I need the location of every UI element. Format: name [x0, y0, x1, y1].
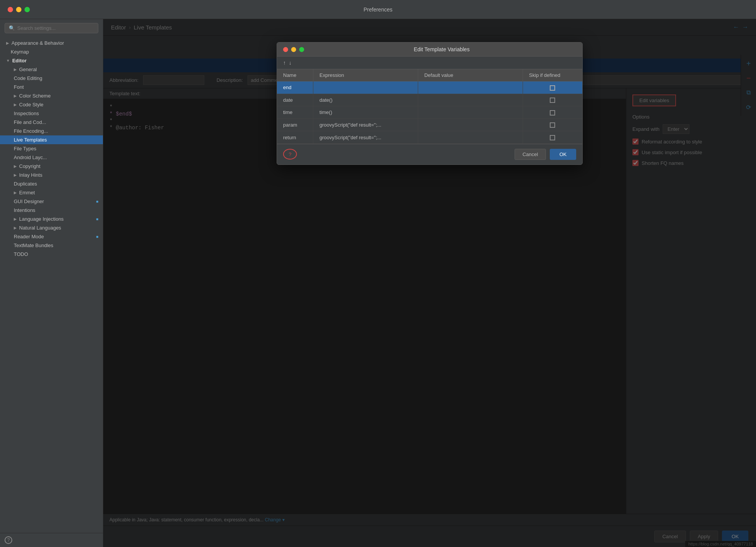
chevron-icon: ▶: [14, 164, 17, 168]
move-up-button[interactable]: ↑: [283, 60, 286, 66]
row-expression[interactable]: [313, 81, 418, 94]
sidebar-item-label: Keymap: [11, 49, 29, 55]
sidebar-item-label: Copyright: [19, 163, 41, 169]
window-title: Preferences: [363, 7, 392, 13]
row-skip[interactable]: [523, 119, 582, 131]
sidebar-item-label: Code Editing: [14, 75, 42, 81]
table-row[interactable]: return groovyScript("def result='';...: [277, 131, 582, 144]
table-row[interactable]: date date(): [277, 94, 582, 106]
sidebar-item-editor[interactable]: ▼ Editor: [0, 56, 103, 65]
close-button[interactable]: [8, 7, 13, 12]
row-name: date: [277, 94, 313, 106]
search-icon: 🔍: [9, 25, 15, 31]
search-input[interactable]: [17, 25, 94, 31]
minimize-button[interactable]: [16, 7, 21, 12]
table-row[interactable]: param groovyScript("def result='';...: [277, 119, 582, 131]
row-skip[interactable]: [523, 81, 582, 94]
sidebar-item-copyright[interactable]: ▶ Copyright: [0, 162, 103, 171]
sidebar-item-label: Editor: [12, 58, 27, 63]
row-skip[interactable]: [523, 131, 582, 144]
sidebar-item-code-editing[interactable]: Code Editing: [0, 74, 103, 83]
sidebar-item-intentions[interactable]: Intentions: [0, 206, 103, 215]
sidebar-item-textmate-bundles[interactable]: TextMate Bundles: [0, 241, 103, 250]
sidebar-item-file-and-code[interactable]: File and Cod...: [0, 118, 103, 127]
sidebar-item-inlay-hints[interactable]: ▶ Inlay Hints: [0, 171, 103, 179]
modal-cancel-button[interactable]: Cancel: [515, 149, 546, 160]
sidebar-item-label: GUI Designer: [14, 199, 44, 204]
modal-minimize-button[interactable]: [291, 47, 296, 52]
col-name: Name: [277, 69, 313, 81]
row-expression[interactable]: date(): [313, 94, 418, 106]
sidebar-item-reader-mode[interactable]: Reader Mode ■: [0, 232, 103, 241]
row-default[interactable]: [418, 94, 523, 106]
sidebar-item-label: Language Injections: [19, 216, 64, 222]
sidebar-item-label: Inspections: [14, 111, 39, 116]
sidebar-item-label: Reader Mode: [14, 234, 44, 239]
sidebar-item-general[interactable]: ▶ General: [0, 65, 103, 74]
modal-close-button[interactable]: [283, 47, 288, 52]
row-default[interactable]: [418, 119, 523, 131]
title-bar: Preferences: [0, 0, 756, 19]
sidebar-item-label: General: [19, 67, 37, 72]
row-skip[interactable]: [523, 106, 582, 119]
sidebar-item-label: Android Layc...: [14, 155, 47, 160]
table-row[interactable]: end: [277, 81, 582, 94]
sidebar-item-todo[interactable]: TODO: [0, 250, 103, 259]
sidebar-item-label: Font: [14, 84, 24, 90]
modal-toolbar: ↑ ↓: [277, 57, 582, 69]
sidebar-item-inspections[interactable]: Inspections: [0, 109, 103, 118]
default-input[interactable]: [424, 85, 516, 90]
sidebar-item-file-types[interactable]: File Types: [0, 144, 103, 153]
sidebar-item-emmet[interactable]: ▶ Emmet: [0, 188, 103, 197]
row-expression[interactable]: time(): [313, 106, 418, 119]
skip-checkbox[interactable]: [550, 135, 555, 140]
skip-checkbox[interactable]: [550, 110, 555, 116]
maximize-button[interactable]: [24, 7, 30, 12]
sidebar-item-label: File and Cod...: [14, 119, 46, 125]
row-skip[interactable]: [523, 94, 582, 106]
search-box[interactable]: 🔍: [5, 23, 98, 33]
sidebar-item-file-encodings[interactable]: File Encoding...: [0, 127, 103, 135]
sidebar: 🔍 ▶ Appearance & Behavior Keymap ▼ Edito…: [0, 19, 103, 547]
sidebar-item-live-templates[interactable]: Live Templates: [0, 135, 103, 144]
table-row[interactable]: time time(): [277, 106, 582, 119]
move-down-button[interactable]: ↓: [289, 60, 292, 66]
row-expression[interactable]: groovyScript("def result='';...: [313, 119, 418, 131]
main-container: 🔍 ▶ Appearance & Behavior Keymap ▼ Edito…: [0, 19, 756, 547]
sidebar-item-color-scheme[interactable]: ▶ Color Scheme: [0, 91, 103, 100]
sidebar-item-label: Code Style: [19, 102, 44, 107]
sidebar-item-language-injections[interactable]: ▶ Language Injections ■: [0, 215, 103, 223]
row-default[interactable]: [418, 131, 523, 144]
sidebar-item-keymap[interactable]: Keymap: [0, 47, 103, 56]
row-default[interactable]: [418, 106, 523, 119]
modal-maximize-button[interactable]: [299, 47, 304, 52]
col-skip: Skip if defined: [523, 69, 582, 81]
skip-checkbox[interactable]: [550, 85, 555, 91]
table-header-row: Name Expression Default value Skip if de…: [277, 69, 582, 81]
sidebar-item-font[interactable]: Font: [0, 83, 103, 91]
sidebar-item-label: TODO: [14, 251, 28, 257]
col-default: Default value: [418, 69, 523, 81]
row-expression[interactable]: groovyScript("def result='';...: [313, 131, 418, 144]
row-default[interactable]: [418, 81, 523, 94]
skip-checkbox[interactable]: [550, 98, 555, 103]
sidebar-item-duplicates[interactable]: Duplicates: [0, 179, 103, 188]
modal-ok-button[interactable]: OK: [550, 149, 576, 160]
sidebar-item-appearance-behavior[interactable]: ▶ Appearance & Behavior: [0, 39, 103, 47]
sidebar-item-gui-designer[interactable]: GUI Designer ■: [0, 197, 103, 206]
sidebar-item-natural-languages[interactable]: ▶ Natural Languages: [0, 223, 103, 232]
badge-icon: ■: [96, 217, 98, 221]
sidebar-item-android-layout[interactable]: Android Layc...: [0, 153, 103, 162]
sidebar-item-code-style[interactable]: ▶ Code Style: [0, 100, 103, 109]
row-name: return: [277, 131, 313, 144]
modal-titlebar: Edit Template Variables: [277, 42, 582, 57]
expression-input[interactable]: [319, 85, 412, 90]
help-button[interactable]: ?: [5, 536, 12, 544]
row-name: time: [277, 106, 313, 119]
skip-checkbox[interactable]: [550, 122, 555, 128]
modal-overlay: Edit Template Variables ↑ ↓ Name Express…: [103, 19, 756, 547]
modal-table-container: Name Expression Default value Skip if de…: [277, 69, 582, 144]
modal-help-button[interactable]: ?: [283, 149, 297, 160]
sidebar-bottom: ?: [0, 533, 103, 547]
content-area: Editor › Live Templates ← → Abbreviation…: [103, 19, 756, 547]
